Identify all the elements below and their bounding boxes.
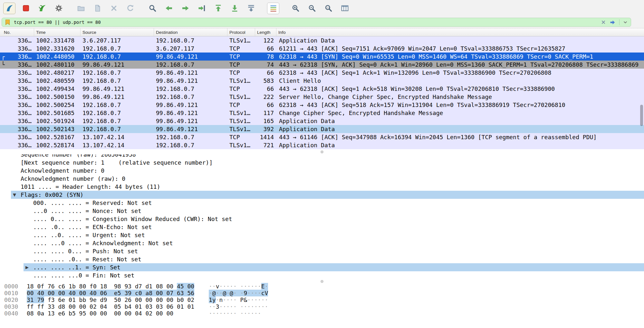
go-forward-button[interactable] bbox=[179, 3, 191, 14]
expander-open-icon[interactable]: ▼ bbox=[13, 191, 21, 199]
hex-row[interactable]: 0030ff ff 33 d8 00 00 02 04 05 b4 01 03 … bbox=[0, 303, 644, 310]
conversation-bracket bbox=[1, 77, 8, 85]
zoom-reset-icon: 1:1 bbox=[324, 4, 333, 13]
detail-row[interactable]: Sequence number (raw): 2665041958 bbox=[0, 154, 644, 159]
detail-text: Sequence number (raw): 2665041958 bbox=[21, 154, 136, 159]
colorize-packets-button[interactable] bbox=[267, 3, 279, 14]
hex-row[interactable]: 001000 40 00 00 40 00 40 06 e5 39 c0 a8 … bbox=[0, 290, 644, 296]
cell-length: 222 bbox=[255, 93, 276, 101]
cell-info: 62318 → 443 [ACK] Seq=1 Ack=1 Win=132096… bbox=[276, 69, 644, 77]
packet-row[interactable]: ┌336…1002.448050192.168.0.799.86.49.121T… bbox=[0, 53, 644, 61]
packet-row[interactable]: 336…1002.49943499.86.49.121192.168.0.7TC… bbox=[0, 85, 644, 93]
colorize-icon bbox=[269, 4, 278, 13]
hex-offset: 0020 bbox=[4, 296, 18, 303]
pane-splitter-upper[interactable] bbox=[0, 149, 644, 154]
go-last-packet-button[interactable] bbox=[228, 3, 241, 14]
detail-row[interactable]: .... ..0. .... = Urgent: Not set bbox=[0, 231, 644, 239]
arrow-top-icon bbox=[214, 4, 223, 13]
detail-row[interactable]: .... .... .0.. = Reset: Not set bbox=[0, 255, 644, 263]
detail-text: .... .0.. .... = ECN-Echo: Not set bbox=[33, 223, 152, 231]
detail-row[interactable]: Acknowledgment number: 0 bbox=[0, 167, 644, 175]
cell-no: 336… bbox=[0, 101, 34, 109]
packet-row[interactable]: 336…1002.502143192.168.0.799.86.49.121TL… bbox=[0, 125, 644, 133]
hex-row[interactable]: 002031 79 f3 6e 01 bb 9e d9 50 26 00 00 … bbox=[0, 296, 644, 303]
column-header-length[interactable]: Length bbox=[255, 28, 276, 36]
detail-row[interactable]: .... .0.. .... = ECN-Echo: Not set bbox=[0, 223, 644, 231]
cell-destination: 99.86.49.121 bbox=[154, 77, 227, 85]
close-icon bbox=[110, 4, 118, 13]
packet-row[interactable]: 336…1002.501924192.168.0.799.86.49.121TL… bbox=[0, 117, 644, 125]
cell-time: 1002.331620 bbox=[34, 44, 81, 53]
gear-icon bbox=[54, 4, 63, 13]
display-filter-field[interactable]: tcp.port == 80 || udp.port == 80 bbox=[2, 18, 631, 27]
detail-text: .... 0... .... = Congestion Window Reduc… bbox=[33, 215, 232, 223]
detail-row[interactable]: .... ...0 .... = Acknowledgment: Not set bbox=[0, 239, 644, 247]
stop-capture-button[interactable] bbox=[20, 3, 32, 14]
auto-scroll-button[interactable] bbox=[245, 3, 257, 14]
conversation-bracket bbox=[1, 109, 8, 117]
column-header-protocol[interactable]: Protocol bbox=[227, 28, 255, 36]
zoom-reset-button[interactable]: 1:1 bbox=[322, 3, 334, 14]
capture-options-button[interactable] bbox=[53, 3, 65, 14]
find-packet-button[interactable] bbox=[146, 3, 159, 14]
packet-row[interactable]: 336…1002.480217192.168.0.799.86.49.121TC… bbox=[0, 69, 644, 77]
go-first-packet-button[interactable] bbox=[212, 3, 224, 14]
column-header-time[interactable]: Time bbox=[34, 28, 81, 36]
detail-row[interactable]: .... .... ...0 = Fin: Not set bbox=[0, 271, 644, 279]
detail-row[interactable]: 1011 .... = Header Length: 44 bytes (11) bbox=[0, 183, 644, 191]
hex-offset: 0040 bbox=[4, 310, 18, 317]
cell-length: 392 bbox=[255, 125, 276, 133]
column-header-no[interactable]: No. bbox=[0, 28, 34, 36]
resize-columns-button[interactable] bbox=[339, 3, 351, 14]
filter-expression[interactable]: tcp.port == 80 || udp.port == 80 bbox=[14, 20, 101, 25]
detail-row[interactable]: Acknowledgment number (raw): 0 bbox=[0, 175, 644, 183]
filter-dropdown-icon[interactable] bbox=[623, 20, 628, 24]
packet-row[interactable]: 336…1002.52816713.107.42.14192.168.0.7TC… bbox=[0, 133, 644, 141]
conversation-bracket bbox=[1, 101, 8, 109]
zoom-out-button[interactable] bbox=[306, 3, 318, 14]
packet-list-scrollbar-thumb[interactable] bbox=[640, 105, 643, 126]
cell-source: 192.168.0.7 bbox=[81, 77, 154, 85]
packet-row[interactable]: 336…1002.52817413.107.42.14192.168.0.7TL… bbox=[0, 141, 644, 149]
detail-text: Acknowledgment number: 0 bbox=[21, 167, 104, 175]
splitter-handle-icon bbox=[321, 150, 323, 153]
cell-source: 99.86.49.121 bbox=[81, 85, 154, 93]
packet-row[interactable]: 336…1002.331620192.168.0.73.6.207.117TCP… bbox=[0, 44, 644, 53]
packet-row[interactable]: 336…1002.3314783.6.207.117192.168.0.7TLS… bbox=[0, 36, 644, 44]
column-header-info[interactable]: Info bbox=[276, 28, 644, 36]
go-back-button[interactable] bbox=[163, 3, 175, 14]
restart-capture-button[interactable] bbox=[36, 3, 48, 14]
filter-clear-icon[interactable] bbox=[601, 20, 606, 25]
filter-bookmark-icon[interactable] bbox=[5, 19, 11, 25]
hex-row[interactable]: 000018 0f 76 c6 1b 80 f0 18 98 93 d7 d1 … bbox=[0, 283, 644, 290]
hex-ascii: ·@··@·@· ·9····cV bbox=[209, 290, 268, 296]
expander-closed-icon[interactable]: ▶ bbox=[25, 263, 33, 271]
detail-row[interactable]: ▶.... .... ..1. = Syn: Set bbox=[0, 263, 644, 271]
detail-row[interactable]: .... 0... .... = Congestion Window Reduc… bbox=[0, 215, 644, 223]
packet-row[interactable]: 336…1002.500254192.168.0.799.86.49.121TC… bbox=[0, 101, 644, 109]
packet-row[interactable]: └336…1002.48011099.86.49.121192.168.0.7T… bbox=[0, 61, 644, 69]
conversation-bracket bbox=[1, 125, 8, 133]
packet-row[interactable]: 336…1002.50015099.86.49.121192.168.0.7TL… bbox=[0, 93, 644, 101]
cell-no: 336… bbox=[0, 77, 34, 85]
go-to-packet-button[interactable] bbox=[196, 3, 208, 14]
detail-row[interactable]: 000. .... .... = Reserved: Not set bbox=[0, 199, 644, 207]
filter-apply-icon[interactable] bbox=[610, 19, 616, 25]
column-header-source[interactable]: Source bbox=[81, 28, 154, 36]
column-header-destination[interactable]: Destination bbox=[154, 28, 227, 36]
zoom-in-button[interactable] bbox=[289, 3, 302, 14]
hex-row[interactable]: 004008 0a 13 e6 b5 95 00 00 00 00 04 02 … bbox=[0, 310, 644, 317]
start-capture-button[interactable] bbox=[3, 3, 15, 14]
packet-row[interactable]: 336…1002.480559192.168.0.799.86.49.121TL… bbox=[0, 77, 644, 85]
detail-row[interactable]: [Next sequence number: 1 (relative seque… bbox=[0, 159, 644, 167]
cell-no: 336… bbox=[0, 109, 34, 117]
detail-row[interactable]: .... .... 0... = Push: Not set bbox=[0, 247, 644, 255]
pane-splitter-lower[interactable] bbox=[0, 280, 644, 283]
cell-no: 336… bbox=[0, 141, 34, 149]
packet-row[interactable]: 336…1002.501685192.168.0.799.86.49.121TL… bbox=[0, 109, 644, 117]
cell-destination: 192.168.0.7 bbox=[154, 141, 227, 149]
detail-row[interactable]: ▼Flags: 0x002 (SYN) bbox=[0, 191, 644, 199]
packet-bytes-pane: 000018 0f 76 c6 1b 80 f0 18 98 93 d7 d1 … bbox=[0, 283, 644, 328]
cell-length: 117 bbox=[255, 109, 276, 117]
detail-row[interactable]: ...0 .... .... = Nonce: Not set bbox=[0, 207, 644, 215]
